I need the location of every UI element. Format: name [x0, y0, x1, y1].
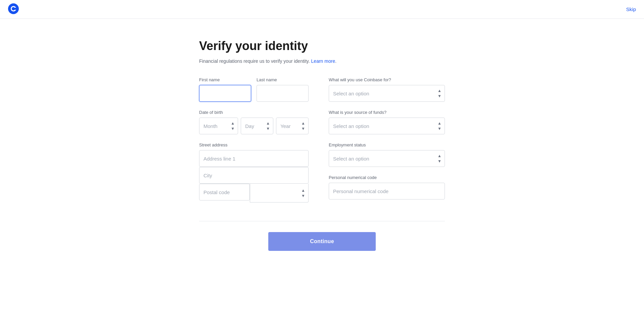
form-grid: First name Last name Date of birth Month… [199, 77, 445, 208]
country-select[interactable] [250, 184, 309, 203]
address-label: Street address [199, 142, 309, 147]
first-name-label: First name [199, 77, 251, 82]
year-select[interactable]: Year [276, 118, 309, 134]
dob-section: Date of birth Month January February Mar… [199, 110, 309, 134]
learn-more-link[interactable]: Learn more [311, 58, 335, 64]
last-name-input[interactable] [257, 85, 309, 102]
coinbase-use-label: What will you use Coinbase for? [329, 77, 445, 82]
form-divider [199, 221, 445, 221]
names-section: First name Last name [199, 77, 309, 102]
logo [8, 3, 19, 15]
source-of-funds-section: What is your source of funds? Select an … [329, 110, 445, 134]
source-of-funds-label: What is your source of funds? [329, 110, 445, 115]
date-row: Month January February March April May J… [199, 118, 309, 134]
personal-code-label: Personal numerical code [329, 175, 445, 180]
day-select[interactable]: Day [241, 118, 273, 134]
form-right: What will you use Coinbase for? Select a… [322, 77, 445, 208]
country-select-wrapper: ▲ ▼ [250, 184, 309, 203]
employment-select[interactable]: Select an option [329, 150, 445, 167]
coinbase-use-select-wrapper: Select an option ▲ ▼ [329, 85, 445, 102]
continue-button[interactable]: Continue [268, 232, 376, 251]
personal-code-input[interactable] [329, 183, 445, 199]
top-navigation: Skip [0, 0, 644, 19]
address-bottom-row: ▲ ▼ [199, 184, 309, 203]
last-name-label: Last name [257, 77, 309, 82]
address-section: Street address ▲ ▼ [199, 142, 309, 203]
svg-point-0 [8, 3, 19, 14]
source-of-funds-select[interactable]: Select an option [329, 118, 445, 134]
first-name-input[interactable] [199, 85, 251, 102]
month-select[interactable]: Month January February March April May J… [199, 118, 238, 134]
names-labels: First name Last name [199, 77, 309, 82]
personal-code-section: Personal numerical code [329, 175, 445, 199]
page-subtitle: Financial regulations require us to veri… [199, 58, 445, 64]
coinbase-use-section: What will you use Coinbase for? Select a… [329, 77, 445, 102]
employment-select-wrapper: Select an option ▲ ▼ [329, 150, 445, 167]
names-inputs [199, 85, 309, 102]
skip-link[interactable]: Skip [626, 6, 636, 12]
page-title: Verify your identity [199, 39, 445, 53]
dob-label: Date of birth [199, 110, 309, 115]
employment-label: Employment status [329, 142, 445, 147]
main-content: Verify your identity Financial regulatio… [191, 19, 453, 278]
address-line1-input[interactable] [199, 150, 309, 167]
source-of-funds-select-wrapper: Select an option ▲ ▼ [329, 118, 445, 134]
day-select-wrapper: Day ▲ ▼ [241, 118, 273, 134]
coinbase-use-select[interactable]: Select an option [329, 85, 445, 102]
city-input[interactable] [199, 167, 309, 184]
year-select-wrapper: Year ▲ ▼ [276, 118, 309, 134]
month-select-wrapper: Month January February March April May J… [199, 118, 238, 134]
form-left: First name Last name Date of birth Month… [199, 77, 322, 208]
employment-section: Employment status Select an option ▲ ▼ [329, 142, 445, 167]
postal-code-input[interactable] [199, 184, 250, 200]
